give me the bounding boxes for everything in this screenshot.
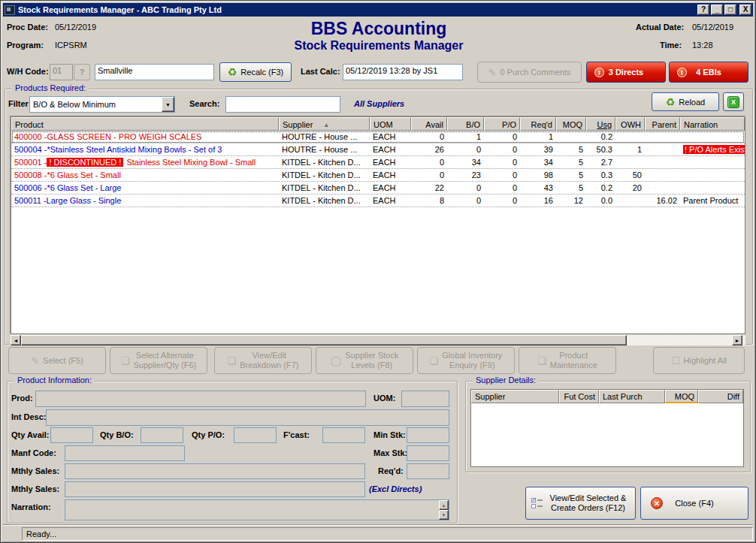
col-header-avail[interactable]: Avail [411,117,447,131]
int-desc-label: Int Desc: [11,412,46,421]
search-input[interactable] [225,96,340,113]
products-table-header: ProductSupplier▲UOMAvailB/OP/OReq'dMOQUs… [11,117,745,131]
help-button[interactable]: ? [697,5,709,15]
wh-name-field[interactable]: Smallville [95,64,214,80]
fcast-field [322,427,365,443]
app-window: Stock Requirements Manager - ABC Trading… [0,0,756,543]
supplier-details-header: SupplierFut CostLast PurchMOQDiff [471,390,743,403]
supplier-col-header-moq[interactable]: MOQ [665,390,698,403]
actual-date-label: Actual Date: [636,23,684,32]
table-row[interactable]: 500004 - *Stainless Steel Antiskid Mixin… [11,143,745,156]
product-button[interactable]: ❏Product Maintenance [519,347,616,374]
global-inventory-button[interactable]: ❏Global Inventory Enquiry (F9) [417,347,515,374]
recalc-button[interactable]: ♻ Recalc (F3) [219,62,292,82]
scrollbar-thumb[interactable] [21,335,627,345]
supplier-details-body [471,403,743,467]
scroll-up-icon[interactable]: ▲ [439,500,449,510]
cell-usg: 0.2 [586,182,615,194]
status-bar: Ready... [22,527,753,541]
supplier-col-header-diff[interactable]: Diff [698,390,743,403]
close-window-button[interactable]: X [739,5,751,15]
qty-po-label: Qty P/O: [192,430,225,439]
select-alternate-button[interactable]: ❏Select Alternate Supplier/Qty (F6) [110,347,207,374]
narration-label: Narration: [11,502,51,511]
cell-narration: Parent Product [680,195,745,207]
recycle-icon: ♻ [228,68,237,77]
cell-avail: 0 [411,156,447,168]
status-divider [3,524,753,526]
table-row[interactable]: 500011 - Large Glass - SingleKITDEL - Ki… [11,195,745,207]
cell-bo: 0 [447,143,484,155]
supplier-col-header-supplier[interactable]: Supplier [471,390,559,403]
directs-button[interactable]: ! 3 Directs [586,62,666,83]
cell-avail: 0 [411,169,447,181]
export-excel-button[interactable]: X [723,92,744,111]
cell-bo: 0 [447,182,484,194]
minimize-button[interactable]: _ [711,5,723,15]
filter-value: B/O & Below Minimum [30,100,162,109]
purch-comments-button[interactable]: ✎ 0 Purch Comments [477,62,582,83]
cell-usg: 2.7 [586,156,615,168]
scroll-down-icon[interactable]: ▼ [439,510,449,520]
alert-icon: ! [677,68,687,77]
col-header-narration[interactable]: Narration [680,117,745,131]
app-subtitle: Stock Requirements Manager [1,39,756,53]
table-row[interactable]: 500006 - *6 Glass Set - LargeKITDEL - Ki… [11,182,745,195]
cell-parent [645,169,680,181]
supplier-stock-icon: ◯ [331,355,342,367]
cell-moq: 5 [556,169,586,181]
excel-icon: X [727,96,739,108]
view-edit-button[interactable]: ❏View/Edit Breakdown (F7) [214,347,312,374]
highlight-all-button[interactable]: ☐Highlight All [653,347,745,374]
cell-moq: 5 [556,143,586,155]
col-header-usg[interactable]: Usg [586,117,615,131]
table-row[interactable]: 500001 - ! DISCONTINUED !Stainless Steel… [11,156,745,169]
pencil-icon: ✎ [31,355,39,367]
scroll-left-icon[interactable]: ◄ [11,335,21,345]
supplier-stock-button[interactable]: ◯Supplier Stock Levels (F8) [316,347,413,374]
view-breakdown-icon: ❏ [228,355,237,367]
ebis-button[interactable]: ! 4 EBIs [669,62,748,83]
table-row[interactable]: 400000 - GLASS SCREEN - PRO WEIGH SCALES… [11,131,745,143]
uom-field [401,391,449,407]
wh-lookup-button[interactable]: ? [74,64,90,80]
mthly-sales-field [65,463,365,479]
close-button[interactable]: ✕ Close (F4) [640,487,748,520]
cell-parent [645,182,680,194]
col-header-supplier[interactable]: Supplier▲ [279,117,370,131]
cell-avail: 0 [411,131,447,143]
product-maintenance-icon: ❏ [537,355,546,367]
cell-narration: ! P/O Alerts Exist [680,143,745,155]
maximize-button[interactable]: □ [724,5,736,15]
chevron-down-icon[interactable]: ▼ [162,97,174,112]
select-f5-button[interactable]: ✎Select (F5) [8,347,106,374]
filter-dropdown[interactable]: B/O & Below Minimum ▼ [29,96,175,113]
supplier-col-header-fut-cost[interactable]: Fut Cost [559,390,599,403]
col-header-parent[interactable]: Parent [645,117,680,131]
table-row[interactable]: 500008 - *6 Glass Set - SmallKITDEL - Ki… [11,169,745,182]
cell-narration [680,182,745,194]
col-header-p-o[interactable]: P/O [484,117,520,131]
wh-code-label: W/H Code: [7,67,49,76]
horizontal-scrollbar[interactable]: ◄ ► [11,335,745,345]
col-header-b-o[interactable]: B/O [447,117,484,131]
cell-uom: EACH [370,143,411,155]
supplier-col-header-last-purch[interactable]: Last Purch [599,390,665,403]
wh-code-field[interactable]: 01 [50,64,73,80]
col-header-uom[interactable]: UOM [370,117,411,131]
reload-button[interactable]: ♻ Reload [652,92,719,111]
col-header-moq[interactable]: MOQ [556,117,586,131]
actual-date-value: 05/12/2019 [692,23,733,32]
reqd-field [407,463,449,479]
sort-asc-icon: ▲ [323,122,329,128]
col-header-req-d[interactable]: Req'd [520,117,556,131]
discontinued-badge: ! DISCONTINUED ! [47,158,123,167]
col-header-owh[interactable]: OWH [615,117,645,131]
manf-code-label: Manf Code: [11,448,56,457]
scroll-right-icon[interactable]: ► [732,335,742,345]
col-header-product[interactable]: Product [11,117,279,131]
view-edit-orders-button[interactable]: View/Edit Selected & Create Orders (F12) [525,487,636,520]
narration-field[interactable] [65,499,449,520]
min-stk-field [407,427,449,443]
cell-narration [680,131,745,143]
